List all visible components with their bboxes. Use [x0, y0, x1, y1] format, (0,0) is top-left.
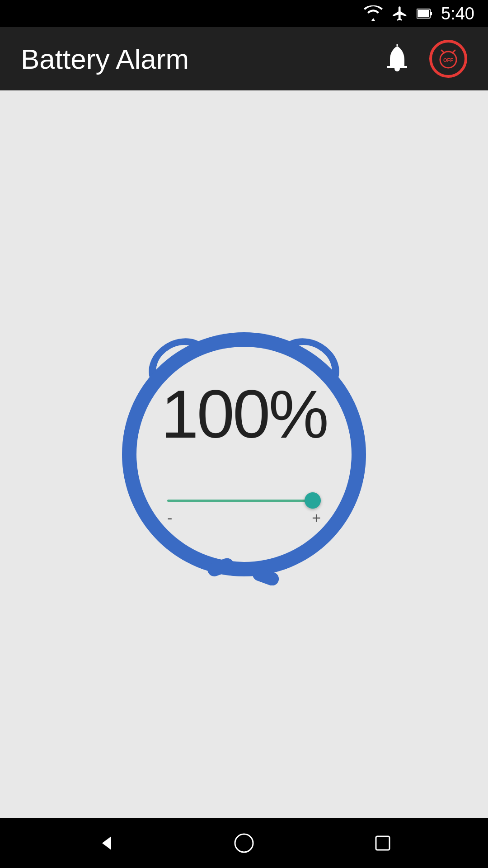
wifi-icon [363, 5, 383, 22]
slider-track-wrap [167, 499, 321, 502]
airplane-icon [391, 5, 408, 22]
app-bar-actions: OFF [381, 40, 467, 78]
svg-marker-16 [102, 836, 111, 850]
app-bar: Battery Alarm OFF [0, 27, 488, 90]
slider-track [167, 500, 321, 502]
svg-line-5 [441, 50, 444, 53]
alarm-clock-display: 100% - + [104, 278, 384, 585]
status-bar: 5:40 [0, 0, 488, 27]
notification-bell-button[interactable] [381, 43, 413, 75]
svg-line-6 [452, 50, 455, 53]
status-time: 5:40 [441, 4, 474, 24]
slider-max-label: + [312, 509, 321, 527]
svg-text:OFF: OFF [443, 57, 453, 63]
alarm-clock-icon: OFF [436, 47, 460, 71]
battery-status-icon [417, 7, 433, 20]
svg-rect-1 [430, 12, 432, 15]
slider-thumb[interactable] [305, 492, 321, 509]
home-icon [233, 832, 255, 854]
nav-back-button[interactable] [87, 825, 123, 861]
app-title: Battery Alarm [21, 43, 189, 75]
nav-recents-button[interactable] [365, 825, 401, 861]
alarm-off-button[interactable]: OFF [429, 40, 467, 78]
svg-point-17 [235, 834, 253, 852]
back-icon [94, 832, 117, 854]
nav-bar [0, 818, 488, 868]
svg-point-3 [394, 66, 400, 71]
battery-percentage: 100% [161, 380, 327, 448]
percentage-display: 100% [161, 380, 327, 448]
svg-rect-2 [418, 10, 429, 17]
battery-slider-container: - + [167, 499, 321, 527]
slider-labels: - + [167, 509, 321, 527]
nav-home-button[interactable] [226, 825, 262, 861]
bell-icon [384, 44, 411, 74]
svg-rect-18 [376, 836, 389, 850]
slider-min-label: - [167, 509, 172, 527]
main-content: 100% - + [0, 90, 488, 818]
recents-icon [371, 832, 394, 854]
status-icons: 5:40 [363, 4, 474, 24]
